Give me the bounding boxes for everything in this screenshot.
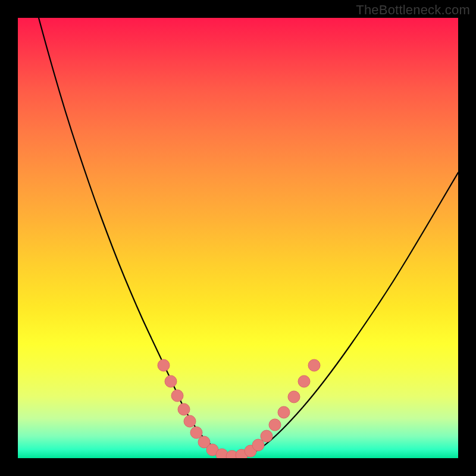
attribution-text: TheBottleneck.com	[356, 2, 470, 18]
plot-gradient-bg	[18, 18, 458, 458]
chart-root: TheBottleneck.com	[0, 0, 476, 476]
